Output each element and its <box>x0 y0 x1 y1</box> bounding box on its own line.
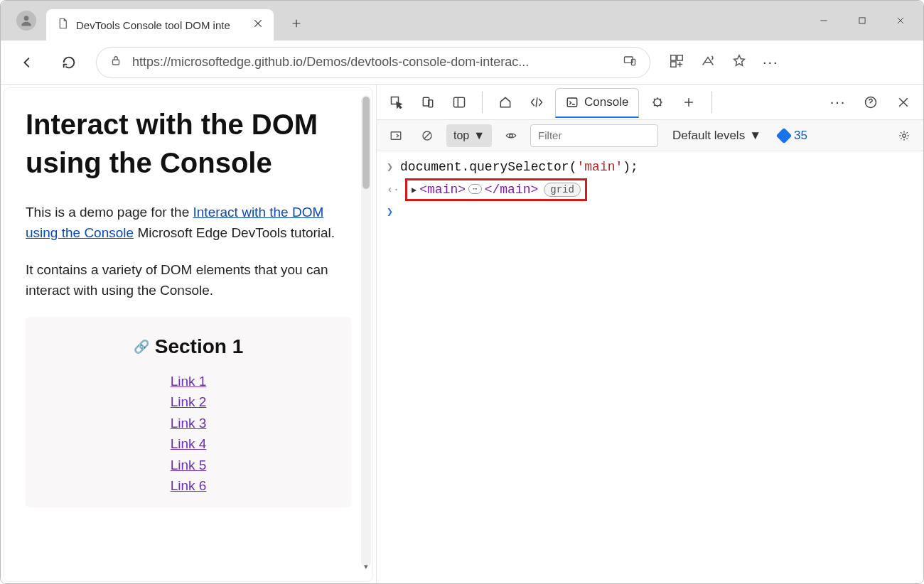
prompt-chevron-icon: ❯ <box>387 205 393 219</box>
settings-menu-button[interactable]: ··· <box>763 54 779 70</box>
console-messages[interactable]: ❯ document.querySelector('main'); ‹· ▶ <… <box>377 151 923 227</box>
highlighted-result[interactable]: ▶ <main> ⋯ </main> grid <box>405 178 587 201</box>
levels-label: Default levels <box>672 129 745 143</box>
list-link[interactable]: Link 3 <box>54 413 323 433</box>
address-bar: https://microsoftedge.github.io/Demos/de… <box>1 40 923 85</box>
issues-tab[interactable] <box>645 90 670 115</box>
window-controls <box>815 12 909 29</box>
toggle-sidebar-button[interactable] <box>384 124 408 148</box>
grid-badge[interactable]: grid <box>544 183 581 197</box>
chevron-down-icon: ▼ <box>749 129 761 143</box>
tab-close-button[interactable] <box>252 18 264 32</box>
svg-rect-11 <box>454 97 465 107</box>
code-text: document.querySelector('main'); <box>400 160 638 174</box>
issue-icon <box>776 127 793 144</box>
ellipsis-pill[interactable]: ⋯ <box>468 184 482 194</box>
list-link[interactable]: Link 5 <box>54 455 323 475</box>
collections-icon[interactable] <box>669 53 684 72</box>
list-link[interactable]: Link 1 <box>54 371 323 391</box>
tag-close: </main> <box>485 183 539 197</box>
issue-count: 35 <box>794 129 807 143</box>
section-heading: 🔗Section 1 <box>134 335 243 358</box>
console-tab-label: Console <box>584 95 628 109</box>
live-expression-button[interactable] <box>499 124 523 148</box>
devtools-tabbar: Console ··· <box>377 85 923 120</box>
console-prompt[interactable]: ❯ <box>387 202 913 222</box>
more-tabs-button[interactable] <box>676 90 702 115</box>
page-icon <box>56 17 69 33</box>
input-chevron-icon: ❯ <box>387 161 393 174</box>
close-window-button[interactable] <box>892 12 909 29</box>
profile-avatar[interactable] <box>16 11 36 31</box>
welcome-tab[interactable] <box>493 90 518 115</box>
new-tab-button[interactable] <box>281 9 312 40</box>
dock-side-button[interactable] <box>446 90 472 115</box>
svg-point-0 <box>24 16 29 21</box>
refresh-button[interactable] <box>55 48 83 77</box>
expand-triangle-icon[interactable]: ▶ <box>412 185 417 195</box>
devtools-panel: Console ··· top ▼ Default levels ▼ <box>376 85 923 584</box>
list-link[interactable]: Link 6 <box>54 475 323 496</box>
intro-text-after: Microsoft Edge DevTools tutorial. <box>134 225 335 240</box>
log-levels-select[interactable]: Default levels ▼ <box>672 129 761 143</box>
devtools-menu-button[interactable]: ··· <box>825 90 851 115</box>
section-card: 🔗Section 1 Link 1 Link 2 Link 3 Link 4 L… <box>26 317 351 508</box>
issues-badge[interactable]: 35 <box>778 129 807 143</box>
elements-tab[interactable] <box>524 90 549 115</box>
scroll-down-arrow[interactable]: ▾ <box>361 561 371 571</box>
maximize-button[interactable] <box>854 12 871 29</box>
intro-paragraph: This is a demo page for the Interact wit… <box>26 202 351 244</box>
list-link[interactable]: Link 4 <box>54 433 323 454</box>
svg-rect-2 <box>113 60 119 65</box>
inspect-element-button[interactable] <box>384 90 409 115</box>
minimize-button[interactable] <box>815 12 832 29</box>
lock-icon <box>109 54 122 70</box>
tag-open: <main> <box>419 183 466 197</box>
scrollbar[interactable]: ▾ <box>361 95 371 567</box>
link-list: Link 1 Link 2 Link 3 Link 4 Link 5 Link … <box>54 371 323 497</box>
filter-input[interactable] <box>530 124 658 147</box>
intro-text-before: This is a demo page for the <box>26 205 193 220</box>
console-toolbar: top ▼ Default levels ▼ 35 <box>377 120 923 151</box>
context-label: top <box>453 129 469 142</box>
page-heading: Interact with the DOM using the Console <box>26 105 351 182</box>
url-text: https://microsoftedge.github.io/Demos/de… <box>132 55 613 70</box>
svg-rect-12 <box>567 98 577 107</box>
console-input-echo: ❯ document.querySelector('main'); <box>387 157 913 177</box>
scrollbar-thumb[interactable] <box>362 97 370 189</box>
svg-rect-1 <box>859 18 865 23</box>
browser-tab[interactable]: DevTools Console tool DOM inte <box>46 9 274 40</box>
svg-point-18 <box>903 134 906 137</box>
device-toggle-button[interactable] <box>415 90 441 115</box>
browser-titlebar: DevTools Console tool DOM inte <box>1 1 923 40</box>
execution-context-select[interactable]: top ▼ <box>446 124 492 147</box>
clear-console-button[interactable] <box>415 124 439 148</box>
tab-title: DevTools Console tool DOM inte <box>76 19 245 31</box>
output-chevron-icon: ‹· <box>387 184 399 196</box>
back-button[interactable] <box>14 48 42 77</box>
svg-rect-6 <box>677 55 682 60</box>
favorite-icon[interactable] <box>731 53 747 72</box>
svg-point-13 <box>654 99 661 106</box>
devtools-close-button[interactable] <box>891 90 916 115</box>
read-aloud-icon[interactable] <box>700 53 716 72</box>
chevron-down-icon: ▼ <box>473 129 485 142</box>
console-tab[interactable]: Console <box>555 88 639 118</box>
address-input[interactable]: https://microsoftedge.github.io/Demos/de… <box>96 47 650 78</box>
device-icon[interactable] <box>623 53 637 71</box>
svg-rect-5 <box>671 55 676 60</box>
svg-point-17 <box>510 134 513 137</box>
svg-rect-4 <box>632 59 635 65</box>
console-settings-button[interactable] <box>892 124 916 148</box>
anchor-icon: 🔗 <box>134 339 149 355</box>
paragraph-2: It contains a variety of DOM elements th… <box>26 259 351 301</box>
section-title-text: Section 1 <box>155 335 243 358</box>
page-viewport[interactable]: Interact with the DOM using the Console … <box>4 87 373 582</box>
console-result-row: ‹· ▶ <main> ⋯ </main> grid <box>387 177 913 202</box>
help-button[interactable] <box>858 90 883 115</box>
svg-rect-7 <box>671 61 676 66</box>
plus-icon <box>291 18 302 32</box>
list-link[interactable]: Link 2 <box>54 391 323 412</box>
